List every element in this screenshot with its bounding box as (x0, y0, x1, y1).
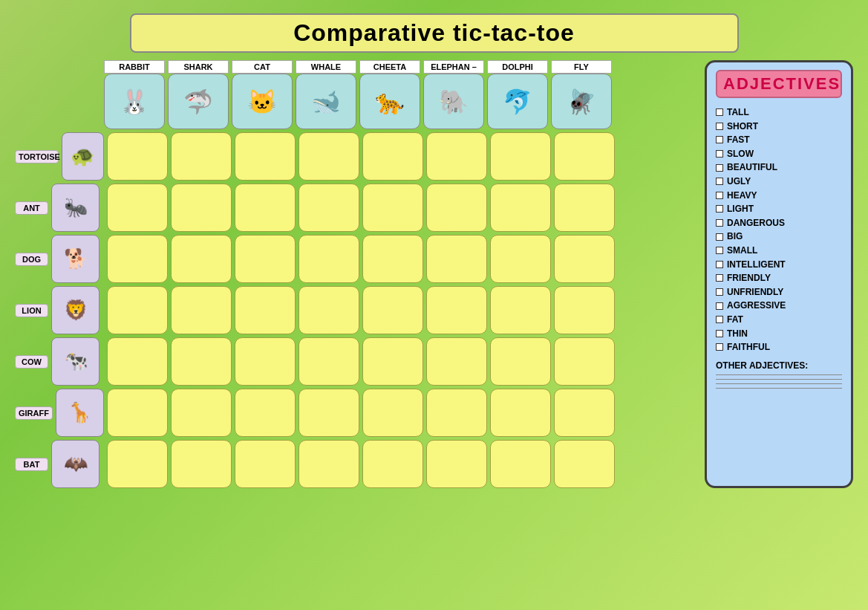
cell-4-1[interactable] (171, 337, 232, 386)
row-img-2: 🐕 (51, 235, 99, 283)
adj-checkbox-16[interactable] (716, 330, 723, 337)
cell-5-7[interactable] (554, 389, 615, 437)
cell-3-0[interactable] (107, 286, 168, 334)
adj-checkbox-0[interactable] (716, 108, 723, 116)
cell-2-0[interactable] (107, 235, 168, 283)
col-img-6: 🐬 (487, 74, 548, 129)
cell-3-1[interactable] (171, 286, 232, 334)
grid-row-4: COW 🐄 (15, 337, 697, 386)
adj-checkbox-4[interactable] (716, 164, 723, 172)
cell-6-5[interactable] (426, 440, 487, 488)
cell-0-7[interactable] (554, 132, 615, 181)
page-title: Comparative tic-tac-toe (130, 13, 739, 53)
cell-4-7[interactable] (554, 337, 615, 386)
col-label-0: RABBIT (104, 60, 165, 74)
row-header-6: BAT 🦇 (15, 440, 104, 488)
cell-5-4[interactable] (362, 389, 423, 437)
cell-6-1[interactable] (171, 440, 232, 488)
adj-label-13: UNFRIENDLY (727, 285, 783, 299)
adj-item-17: FAITHFUL (716, 340, 842, 354)
main-layout: RABBIT 🐰 SHARK 🦈 CAT 🐱 WHALE 🐋 CHEETA 🐆 … (7, 60, 861, 488)
cell-6-6[interactable] (490, 440, 551, 488)
col-header-2: CAT 🐱 (232, 60, 293, 129)
cell-6-4[interactable] (362, 440, 423, 488)
adj-checkbox-14[interactable] (716, 302, 723, 310)
cell-1-0[interactable] (107, 184, 168, 232)
cell-2-1[interactable] (171, 235, 232, 283)
cell-6-3[interactable] (298, 440, 359, 488)
cell-1-1[interactable] (171, 184, 232, 232)
adj-checkbox-12[interactable] (716, 274, 723, 282)
adj-checkbox-17[interactable] (716, 343, 723, 351)
cell-5-1[interactable] (171, 389, 232, 437)
cell-2-3[interactable] (298, 235, 359, 283)
adj-item-6: HEAVY (716, 189, 842, 203)
cell-4-6[interactable] (490, 337, 551, 386)
cell-0-4[interactable] (362, 132, 423, 181)
cell-5-3[interactable] (298, 389, 359, 437)
cell-5-2[interactable] (235, 389, 296, 437)
cell-0-3[interactable] (298, 132, 359, 181)
cell-3-4[interactable] (362, 286, 423, 334)
cell-6-7[interactable] (554, 440, 615, 488)
adj-checkbox-10[interactable] (716, 247, 723, 254)
cell-2-7[interactable] (554, 235, 615, 283)
cell-6-0[interactable] (107, 440, 168, 488)
other-line-4 (716, 388, 842, 389)
cell-1-2[interactable] (235, 184, 296, 232)
adj-checkbox-1[interactable] (716, 123, 723, 130)
col-label-1: SHARK (168, 60, 229, 74)
cell-0-5[interactable] (426, 132, 487, 181)
adj-checkbox-15[interactable] (716, 316, 723, 323)
adj-checkbox-2[interactable] (716, 136, 723, 143)
row-header-3: LION 🦁 (15, 286, 104, 334)
cell-0-0[interactable] (107, 132, 168, 181)
adj-item-13: UNFRIENDLY (716, 285, 842, 299)
cell-4-2[interactable] (235, 337, 296, 386)
cell-1-7[interactable] (554, 184, 615, 232)
cell-5-0[interactable] (107, 389, 168, 437)
cell-2-5[interactable] (426, 235, 487, 283)
cell-4-3[interactable] (298, 337, 359, 386)
adj-checkbox-3[interactable] (716, 150, 723, 158)
cell-0-1[interactable] (171, 132, 232, 181)
adj-checkbox-13[interactable] (716, 288, 723, 296)
col-label-4: CHEETA (359, 60, 420, 74)
col-label-3: WHALE (296, 60, 356, 74)
adj-checkbox-8[interactable] (716, 219, 723, 227)
adj-checkbox-6[interactable] (716, 192, 723, 199)
adj-checkbox-11[interactable] (716, 261, 723, 268)
cell-1-3[interactable] (298, 184, 359, 232)
cell-2-6[interactable] (490, 235, 551, 283)
cell-1-4[interactable] (362, 184, 423, 232)
adj-item-16: THIN (716, 327, 842, 341)
cell-1-6[interactable] (490, 184, 551, 232)
adj-checkbox-7[interactable] (716, 205, 723, 212)
adj-checkbox-5[interactable] (716, 178, 723, 185)
cell-6-2[interactable] (235, 440, 296, 488)
col-label-2: CAT (232, 60, 293, 74)
page-container: Comparative tic-tac-toe RABBIT 🐰 SHARK 🦈… (0, 0, 868, 610)
cell-5-6[interactable] (490, 389, 551, 437)
cell-4-4[interactable] (362, 337, 423, 386)
cell-0-2[interactable] (235, 132, 296, 181)
cell-2-4[interactable] (362, 235, 423, 283)
adj-item-1: SHORT (716, 120, 842, 134)
cell-4-5[interactable] (426, 337, 487, 386)
cell-3-5[interactable] (426, 286, 487, 334)
adj-checkbox-9[interactable] (716, 233, 723, 241)
grid-area: RABBIT 🐰 SHARK 🦈 CAT 🐱 WHALE 🐋 CHEETA 🐆 … (15, 60, 697, 488)
col-img-7: 🪰 (551, 74, 612, 129)
cell-2-2[interactable] (235, 235, 296, 283)
cell-5-5[interactable] (426, 389, 487, 437)
cell-3-7[interactable] (554, 286, 615, 334)
adj-label-3: SLOW (727, 147, 754, 161)
cell-3-3[interactable] (298, 286, 359, 334)
cell-1-5[interactable] (426, 184, 487, 232)
cell-3-2[interactable] (235, 286, 296, 334)
cell-0-6[interactable] (490, 132, 551, 181)
cell-3-6[interactable] (490, 286, 551, 334)
row-header-2: DOG 🐕 (15, 235, 104, 283)
row-header-5: GIRAFF 🦒 (15, 389, 104, 437)
cell-4-0[interactable] (107, 337, 168, 386)
